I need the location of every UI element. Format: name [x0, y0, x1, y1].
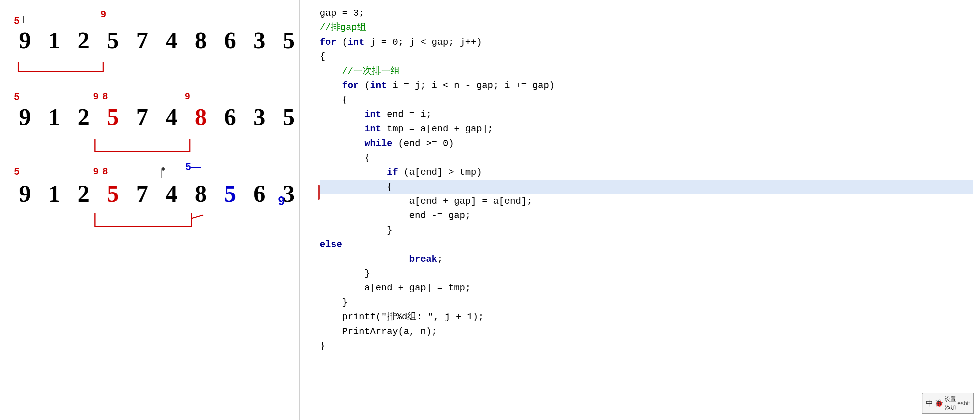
code-line: //一次排一组	[320, 64, 973, 78]
visualization-panel: 9125748635 9125748635 91257485635 5 9 5 …	[0, 0, 300, 420]
array-number: 5	[277, 103, 301, 131]
array-number: 5	[277, 27, 301, 54]
array-number: 2	[72, 180, 95, 208]
array-number: 2	[72, 27, 95, 54]
code-panel: gap = 3; //排gap组 for (int j = 0; j < gap…	[300, 0, 980, 420]
extra-label: esbit	[957, 400, 970, 407]
array-number: 9	[13, 27, 37, 54]
array-number: 6	[218, 103, 242, 131]
code-line: a[end + gap] = a[end];	[320, 194, 973, 208]
array-number: 1	[43, 180, 66, 208]
settings-label: 设置	[945, 395, 956, 403]
array-number: 4	[160, 103, 183, 131]
array-number: 4	[160, 180, 183, 208]
code-line: break;	[320, 252, 973, 266]
array-row-2: 9125748635	[13, 103, 301, 131]
array-number: 6	[218, 27, 242, 54]
code-line: }	[320, 266, 973, 281]
svg-text:8: 8	[103, 166, 108, 176]
array-number: 2	[72, 103, 95, 131]
array-number: 5	[218, 180, 242, 208]
svg-text:9: 9	[93, 166, 99, 176]
array-number: 3	[248, 27, 271, 54]
code-line: while (end >= 0)	[320, 136, 973, 151]
array-number: 7	[130, 27, 154, 54]
code-line: int tmp = a[end + gap];	[320, 122, 973, 136]
bug-icon: 🐞	[934, 399, 943, 408]
array-number: 8	[189, 180, 212, 208]
array-number: 7	[130, 180, 154, 208]
code-line: {	[320, 151, 973, 165]
code-line: int end = i;	[320, 107, 973, 122]
code-line: }	[320, 295, 973, 310]
code-line: a[end + gap] = tmp;	[320, 281, 973, 295]
code-line: gap = 3;	[320, 6, 973, 20]
array-number: 5	[101, 27, 124, 54]
code-line: else	[320, 237, 973, 252]
array-row-1: 9125748635	[13, 27, 301, 54]
code-line: for (int j = 0; j < gap; j++)	[320, 35, 973, 50]
array-number: 3	[277, 180, 301, 208]
array-row-3: 91257485635	[13, 180, 330, 208]
svg-text:5: 5	[14, 166, 20, 177]
array-number: 8	[189, 27, 212, 54]
array-number: 4	[160, 27, 183, 54]
toolbar-corner[interactable]: 中 🐞 设置 添加 esbit	[922, 393, 974, 414]
svg-line-11	[192, 215, 203, 218]
code-line: }	[320, 339, 973, 353]
svg-text:5—: 5—	[186, 161, 201, 172]
code-line: {	[320, 180, 973, 194]
code-line: {	[320, 93, 973, 107]
code-line: if (a[end] > tmp)	[320, 165, 973, 179]
code-line: }	[320, 223, 973, 237]
svg-text:5: 5	[14, 15, 20, 26]
code-line: //排gap组	[320, 20, 973, 35]
array-number: 7	[130, 103, 154, 131]
code-line: PrintArray(a, n);	[320, 324, 973, 339]
code-line: end -= gap;	[320, 208, 973, 223]
array-number: 1	[43, 27, 66, 54]
svg-point-6	[162, 167, 165, 171]
code-editor: gap = 3; //排gap组 for (int j = 0; j < gap…	[300, 3, 980, 356]
array-number: 1	[43, 103, 66, 131]
svg-text:9: 9	[93, 91, 99, 101]
array-number: 5	[101, 103, 124, 131]
code-line: for (int i = j; i < n - gap; i += gap)	[320, 78, 973, 93]
array-number: 8	[189, 103, 212, 131]
svg-text:9: 9	[100, 8, 106, 19]
code-line: {	[320, 50, 973, 64]
array-number: 9	[13, 180, 37, 208]
svg-text:9: 9	[185, 91, 190, 101]
svg-text:8: 8	[103, 91, 108, 101]
zh-icon: 中	[926, 398, 933, 408]
svg-text:5: 5	[14, 91, 20, 102]
array-number: 6	[248, 180, 271, 208]
array-number: 9	[13, 103, 37, 131]
array-number: 3	[248, 103, 271, 131]
annotation-overlay: 5 9 5 9 8 9 5 9 8 5— 9	[0, 0, 300, 420]
code-line: printf("排%d组: ", j + 1);	[320, 310, 973, 324]
array-number: 5	[101, 180, 124, 208]
person-label: 添加	[945, 404, 956, 411]
